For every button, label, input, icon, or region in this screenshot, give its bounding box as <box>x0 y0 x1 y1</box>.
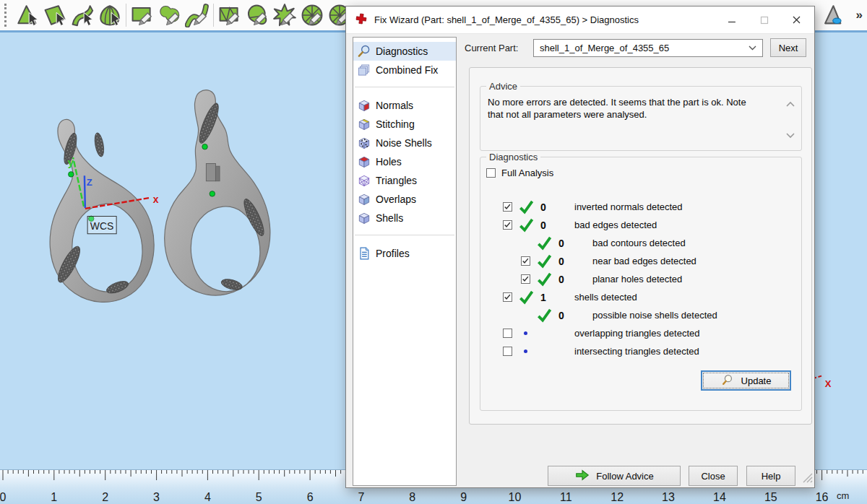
mesh-part-right[interactable] <box>165 90 270 295</box>
green-check-icon <box>537 253 558 269</box>
svg-text:0: 0 <box>0 491 7 503</box>
diagnostic-checkbox[interactable] <box>503 347 512 356</box>
diagnostic-row: intersecting triangles detected <box>503 342 717 360</box>
sidebar-item-holes[interactable]: Holes <box>353 152 456 171</box>
green-check-icon <box>537 235 558 251</box>
sidebar-item-label: Overlaps <box>376 194 416 205</box>
maximize-icon[interactable] <box>748 9 780 30</box>
cube-red-side-icon <box>357 98 371 113</box>
green-check-icon <box>519 290 540 305</box>
minimize-icon[interactable] <box>715 9 748 30</box>
sidebar-item-profiles[interactable]: Profiles <box>353 244 456 263</box>
sidebar-item-noise-shells[interactable]: Noise Shells <box>353 134 456 152</box>
cube-red-top-icon <box>357 155 371 169</box>
svg-text:2: 2 <box>102 491 108 503</box>
mark-pie-pen-icon[interactable] <box>298 1 326 29</box>
mark-circle-blob-pen-icon[interactable] <box>243 1 271 29</box>
diagnostic-checkbox[interactable] <box>503 329 512 338</box>
advice-group-label: Advice <box>486 81 520 92</box>
svg-text:12: 12 <box>611 491 624 503</box>
full-analysis-label: Full Analysis <box>501 168 553 178</box>
diagnostics-rows: 0inverted normals detected0bad edges det… <box>503 198 717 360</box>
resize-grip[interactable] <box>801 472 813 486</box>
diagnostic-label: intersecting triangles detected <box>574 346 699 357</box>
svg-text:5: 5 <box>256 491 262 503</box>
marker-point-icon <box>202 144 207 149</box>
sidebar-item-combined-fix[interactable]: Combined Fix <box>353 61 456 79</box>
update-button[interactable]: Update <box>701 370 791 391</box>
diagnostic-checkbox[interactable] <box>503 202 512 212</box>
svg-text:13: 13 <box>662 491 675 503</box>
diagnostic-checkbox[interactable] <box>521 256 530 266</box>
box-protrusion <box>206 164 220 181</box>
cube-yellow-edge-icon <box>357 117 371 131</box>
advice-group: Advice No more errors are detected. It s… <box>480 86 802 151</box>
diagnostic-row: 1shells detected <box>503 288 717 306</box>
current-part-select[interactable]: shell_1_of_Merge_of_4355_65 <box>533 39 763 57</box>
sidebar-item-diagnostics[interactable]: Diagnostics <box>353 42 456 61</box>
layers-icon <box>357 63 371 77</box>
mark-surface-icon[interactable] <box>69 1 96 29</box>
dialog-titlebar[interactable]: Fix Wizard (Part: shell_1_of_Merge_of_43… <box>346 6 814 34</box>
blue-dot-icon <box>519 331 540 335</box>
full-analysis-checkbox[interactable] <box>486 168 496 178</box>
diagnostic-count: 1 <box>540 292 574 303</box>
diagnostic-label: planar holes detected <box>592 274 682 284</box>
sidebar-item-overlaps[interactable]: Overlaps <box>353 190 456 209</box>
diagnostics-group-label: Diagnostics <box>486 152 540 162</box>
diagnostic-row: overlapping triangles detected <box>503 324 717 342</box>
sidebar-item-shells[interactable]: Shells <box>353 209 456 227</box>
next-button[interactable]: Next <box>770 38 806 57</box>
mark-triangulated-rect-pen-icon[interactable] <box>216 1 243 29</box>
cube-dice-icon <box>357 136 371 150</box>
cube-wire-icon <box>357 173 371 188</box>
sidebar-item-normals[interactable]: Normals <box>353 96 456 115</box>
sidebar-item-stitching[interactable]: Stitching <box>353 115 456 134</box>
sidebar-item-label: Profiles <box>376 248 410 259</box>
mark-curve-pen-icon[interactable] <box>184 1 211 29</box>
marker-point-icon <box>69 172 74 177</box>
mark-blob-pen-icon[interactable] <box>156 1 184 29</box>
sidebar-item-triangles[interactable]: Triangles <box>353 171 456 190</box>
svg-text:10: 10 <box>509 491 522 503</box>
update-button-label: Update <box>741 375 772 386</box>
toolbar-drag-handle[interactable] <box>4 4 9 27</box>
sidebar-separator <box>355 235 454 235</box>
sidebar-item-label: Triangles <box>376 175 417 186</box>
follow-advice-button[interactable]: Follow Advice <box>548 466 681 486</box>
scroll-up-icon[interactable] <box>785 100 796 110</box>
current-part-label: Current Part: <box>465 43 518 53</box>
sidebar-item-label: Combined Fix <box>376 64 438 76</box>
wizard-content-panel: Advice No more errors are detected. It s… <box>469 67 812 425</box>
red-cross-icon <box>355 12 368 28</box>
follow-advice-label: Follow Advice <box>596 471 653 482</box>
axis-x-right-label: X <box>825 378 832 389</box>
mark-triangle-icon[interactable] <box>14 1 41 29</box>
diagnostic-checkbox[interactable] <box>521 274 530 284</box>
mesh-part-left[interactable] <box>50 120 154 303</box>
sidebar-item-label: Diagnostics <box>376 45 428 57</box>
close-button[interactable]: Close <box>689 466 738 486</box>
diagnostic-checkbox[interactable] <box>503 220 512 230</box>
wizard-nav-panel: DiagnosticsCombined Fix Normals Stitchin… <box>353 37 457 486</box>
green-check-icon <box>537 271 558 287</box>
help-button[interactable]: Help <box>746 466 795 486</box>
cube-blue-side-icon <box>357 192 371 207</box>
toolbar-overflow-chevron[interactable]: » <box>852 8 867 22</box>
sidebar-item-label: Stitching <box>376 118 415 130</box>
diagnostic-row: 0planar holes detected <box>503 270 717 288</box>
diagnostic-checkbox[interactable] <box>503 292 512 302</box>
mark-rectangle-pen-icon[interactable] <box>129 1 156 29</box>
marker-point-icon <box>210 191 215 196</box>
diagnostic-label: near bad edges detected <box>592 256 696 266</box>
diagnostic-count: 0 <box>540 220 574 231</box>
blue-dot-icon <box>519 349 540 353</box>
scroll-down-icon[interactable] <box>785 130 796 140</box>
mark-plane-icon[interactable] <box>41 1 69 29</box>
mark-pinwheel-pen-icon[interactable] <box>271 1 298 29</box>
svg-text:16: 16 <box>816 491 829 503</box>
close-icon[interactable] <box>780 9 813 30</box>
mark-shell-icon[interactable] <box>96 1 124 29</box>
svg-text:7: 7 <box>358 491 364 503</box>
shaded-triangle-view-icon[interactable] <box>819 1 846 29</box>
